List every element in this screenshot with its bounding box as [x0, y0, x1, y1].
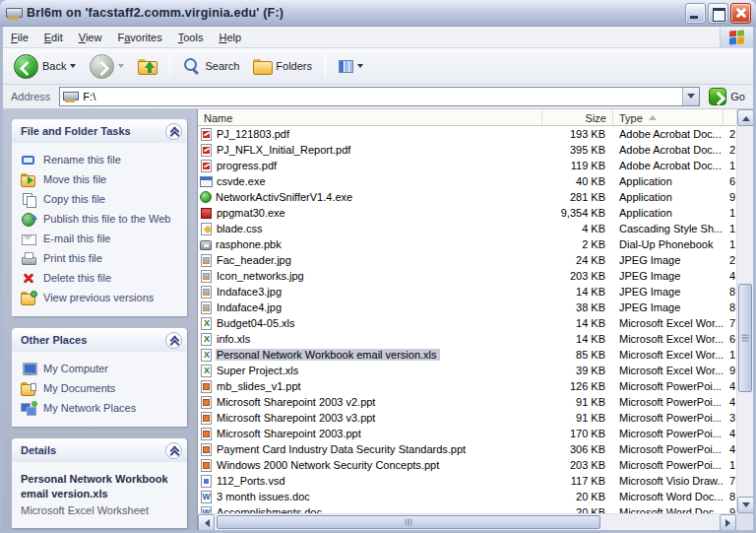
- file-row[interactable]: Indaface4.jpg38 KBJPEG Image8: [198, 300, 736, 315]
- file-name[interactable]: Budget04-05.xls: [216, 317, 298, 329]
- go-button[interactable]: Go: [705, 88, 749, 105]
- file-name[interactable]: PJ_NFLX_Initial_Report.pdf: [216, 144, 353, 156]
- address-input[interactable]: F:\: [59, 87, 700, 106]
- maximize-button[interactable]: [708, 3, 728, 24]
- task-item-print[interactable]: Print this file: [21, 248, 183, 268]
- file-name[interactable]: csvde.exe: [216, 175, 269, 187]
- file-name[interactable]: ppgmat30.exe: [216, 207, 288, 219]
- panel-header[interactable]: Other Places: [12, 328, 187, 352]
- menu-favorites[interactable]: Favorites: [109, 27, 169, 48]
- address-dropdown-button[interactable]: [682, 88, 699, 105]
- panel-header[interactable]: File and Folder Tasks: [12, 119, 187, 143]
- file-name[interactable]: Windows 2000 Network Security Concepts.p…: [216, 459, 442, 471]
- vertical-scroll-thumb[interactable]: [738, 284, 752, 392]
- task-item-move[interactable]: Move this file: [21, 169, 183, 189]
- up-button[interactable]: [133, 57, 161, 75]
- task-item-publish[interactable]: Publish this file to the Web: [21, 209, 183, 229]
- file-row[interactable]: PJ_121803.pdf193 KBAdobe Acrobat Doc...2: [198, 126, 736, 142]
- menu-help[interactable]: Help: [211, 27, 249, 48]
- task-item-docs[interactable]: My Documents: [21, 378, 183, 398]
- file-name[interactable]: Accomplishments.doc: [216, 506, 325, 513]
- column-header-type[interactable]: Type: [613, 109, 724, 125]
- collapse-chevron-icon[interactable]: [165, 332, 182, 349]
- file-name[interactable]: info.xls: [216, 333, 253, 345]
- back-button[interactable]: Back: [9, 52, 81, 81]
- file-row[interactable]: blade.css4 KBCascading Style Sh...1: [198, 221, 736, 236]
- file-row[interactable]: Icon_networks.jpg203 KBJPEG Image4: [198, 268, 736, 284]
- file-name[interactable]: rasphone.pbk: [215, 238, 284, 250]
- resize-grip[interactable]: [736, 514, 753, 530]
- views-button[interactable]: [334, 58, 368, 75]
- file-name[interactable]: Indaface3.jpg: [216, 286, 284, 298]
- menu-edit[interactable]: Edit: [36, 27, 71, 48]
- scroll-down-button[interactable]: [737, 497, 753, 513]
- file-name[interactable]: Super Project.xls: [216, 365, 301, 376]
- file-name[interactable]: progress.pdf: [216, 160, 280, 171]
- file-name[interactable]: Indaface4.jpg: [216, 301, 284, 313]
- vertical-scrollbar[interactable]: [736, 109, 753, 513]
- file-row[interactable]: progress.pdf119 KBAdobe Acrobat Doc...1: [198, 158, 736, 173]
- file-name[interactable]: Payment Card Industry Data Security Stan…: [216, 443, 469, 455]
- collapse-chevron-icon[interactable]: [165, 123, 182, 140]
- menu-file[interactable]: File: [3, 27, 36, 48]
- file-name[interactable]: Microsoft Sharepoint 2003 v3.ppt: [216, 412, 378, 424]
- vertical-scroll-track[interactable]: [737, 126, 753, 497]
- collapse-chevron-icon[interactable]: [165, 442, 182, 459]
- forward-button[interactable]: [85, 52, 129, 81]
- horizontal-scrollbar[interactable]: [198, 513, 753, 530]
- task-item-rename[interactable]: Rename this file: [21, 150, 183, 169]
- file-row[interactable]: rasphone.pbk2 KBDial-Up Phonebook1: [198, 236, 736, 252]
- file-name[interactable]: Personal Network Workbook email version.…: [216, 349, 440, 361]
- close-button[interactable]: [730, 3, 751, 24]
- folders-button[interactable]: Folders: [248, 57, 317, 75]
- menu-view[interactable]: View: [71, 27, 110, 48]
- file-row[interactable]: info.xls14 KBMicrosoft Excel Wor...6: [198, 331, 736, 347]
- file-row[interactable]: Payment Card Industry Data Security Stan…: [198, 441, 736, 457]
- file-row[interactable]: csvde.exe40 KBApplication6: [198, 173, 736, 189]
- file-name[interactable]: Microsoft Sharepoint 2003 v2.ppt: [216, 396, 378, 408]
- search-button[interactable]: Search: [178, 55, 244, 77]
- file-name[interactable]: NetworkActivSnifferV1.4.exe: [215, 191, 355, 203]
- file-row[interactable]: 3 month issues.doc20 KBMicrosoft Word Do…: [198, 489, 736, 504]
- file-name[interactable]: PJ_121803.pdf: [216, 128, 292, 140]
- file-name[interactable]: blade.css: [216, 223, 265, 234]
- file-row[interactable]: PJ_NFLX_Initial_Report.pdf395 KBAdobe Ac…: [198, 142, 736, 158]
- task-item-network[interactable]: My Network Places: [21, 398, 183, 418]
- file-row[interactable]: ppgmat30.exe9,354 KBApplication1: [198, 205, 736, 221]
- file-row[interactable]: Personal Network Workbook email version.…: [198, 347, 736, 363]
- horizontal-scroll-track[interactable]: [215, 514, 720, 530]
- file-row[interactable]: Budget04-05.xls14 KBMicrosoft Excel Wor.…: [198, 315, 736, 331]
- file-row[interactable]: Super Project.xls39 KBMicrosoft Excel Wo…: [198, 363, 736, 378]
- file-row[interactable]: Microsoft Sharepoint 2003 v2.ppt91 KBMic…: [198, 394, 736, 410]
- file-row[interactable]: Fac_header.jpg24 KBJPEG Image2: [198, 252, 736, 268]
- file-row[interactable]: 112_Ports.vsd117 KBMicrosoft Visio Draw.…: [198, 473, 736, 489]
- file-name[interactable]: Microsoft Sharepoint 2003.ppt: [216, 428, 364, 439]
- file-row[interactable]: Accomplishments.doc20 KBMicrosoft Word D…: [198, 504, 736, 513]
- menu-tools[interactable]: Tools: [170, 27, 212, 48]
- task-item-copy[interactable]: Copy this file: [21, 189, 183, 209]
- file-name[interactable]: Fac_header.jpg: [216, 254, 294, 266]
- file-name[interactable]: 3 month issues.doc: [216, 491, 313, 502]
- horizontal-scroll-thumb[interactable]: [217, 515, 600, 529]
- file-row[interactable]: NetworkActivSnifferV1.4.exe281 KBApplica…: [198, 189, 736, 205]
- back-dropdown-icon[interactable]: [70, 64, 76, 68]
- task-item-delete[interactable]: Delete this file: [21, 268, 183, 288]
- file-name[interactable]: mb_slides_v1.ppt: [216, 380, 304, 392]
- file-row[interactable]: Windows 2000 Network Security Concepts.p…: [198, 457, 736, 473]
- file-row[interactable]: mb_slides_v1.ppt126 KBMicrosoft PowerPoi…: [198, 378, 736, 394]
- column-header-name[interactable]: Name: [198, 109, 542, 125]
- file-row[interactable]: Microsoft Sharepoint 2003.ppt170 KBMicro…: [198, 426, 736, 441]
- scroll-up-button[interactable]: [737, 109, 753, 126]
- minimize-button[interactable]: [685, 3, 706, 24]
- panel-header[interactable]: Details: [12, 438, 187, 462]
- file-row[interactable]: Indaface3.jpg14 KBJPEG Image8: [198, 284, 736, 300]
- scroll-left-button[interactable]: [198, 514, 215, 530]
- file-name[interactable]: Icon_networks.jpg: [216, 270, 307, 282]
- column-header-size[interactable]: Size: [542, 109, 613, 125]
- task-item-email[interactable]: E-mail this file: [21, 229, 183, 248]
- task-item-computer[interactable]: My Computer: [21, 359, 183, 378]
- file-row[interactable]: Microsoft Sharepoint 2003 v3.ppt91 KBMic…: [198, 410, 736, 426]
- task-item-history[interactable]: View previous versions: [21, 288, 183, 307]
- scroll-right-button[interactable]: [720, 514, 736, 530]
- file-name[interactable]: 112_Ports.vsd: [216, 475, 288, 487]
